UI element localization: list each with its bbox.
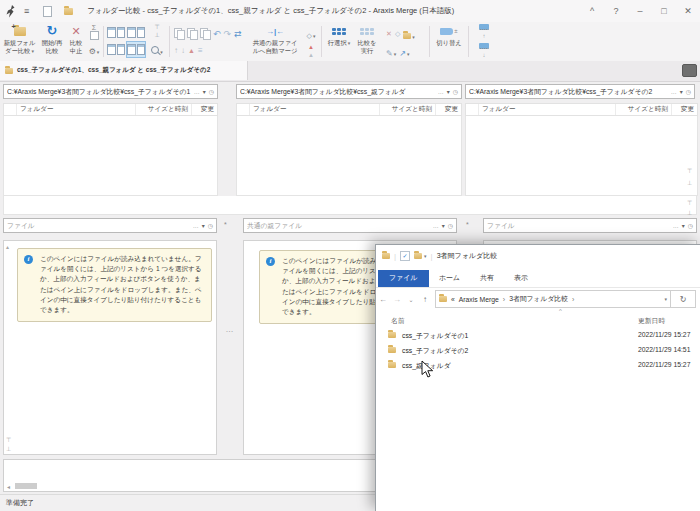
swap-panes-icon[interactable]: ⇄ [234,29,242,39]
row-select-button[interactable]: 行選択▾ [325,24,353,47]
header-size-time-column[interactable]: サイズと時刻 [136,104,192,115]
forward-icon[interactable]: → [390,295,404,304]
next-warning-icon[interactable]: ▲ [308,52,314,58]
list-options-icon[interactable]: ≡ [198,46,203,55]
pane-splitter-handle[interactable]: … [221,325,239,334]
copy-center-icon[interactable] [187,28,197,39]
column-name[interactable]: 名前 [391,316,405,326]
run-compare-button[interactable]: 比較を実行 [354,24,380,55]
zoom-button[interactable]: ▾ [151,40,163,58]
tab-view[interactable]: 表示 [504,270,538,287]
scroll-bottom-icon[interactable]: ⊥ [154,32,159,38]
quick-access-check-icon[interactable]: ✓ [400,251,410,261]
folder-path-input-1[interactable]: C:¥Araxis Merge¥3者間フォルダ比較¥css_子フォルダその1 …… [3,84,218,99]
dropdown-icon[interactable]: ▾ [202,222,205,229]
redo-icon[interactable]: ↷ [224,29,232,39]
menu-icon[interactable]: ≡ [24,6,29,16]
tab-file[interactable]: ファイル [378,270,429,287]
column-modified[interactable]: 更新日時 [638,316,665,326]
header-icon-column[interactable] [466,104,479,115]
scroll-first-diff-icon[interactable]: ⊤ [687,168,692,174]
dropdown-icon[interactable]: ▾ [442,222,445,229]
remove-icon[interactable]: ✕ [386,30,392,38]
address-bar[interactable]: « Araxis Merge › 3者間フォルダ比較 › ▾ [435,290,671,308]
header-change-column[interactable]: 変更 [436,104,461,115]
move-up-icon[interactable]: ↑ [174,46,178,55]
browse-icon[interactable]: … [438,89,444,95]
history-icon[interactable]: ◷ [686,88,691,95]
back-icon[interactable]: ← [376,295,390,304]
header-size-time-column[interactable]: サイズと時刻 [380,104,436,115]
prev-warning-icon[interactable]: ▲ [308,44,314,50]
explorer-row-2[interactable]: css_子フォルダその2 2022/11/29 14:51 [376,343,700,358]
edit-button[interactable]: ✎▾ [386,42,396,60]
dropdown-icon[interactable]: ▾ [682,222,685,229]
merge-link-icon[interactable]: * [466,221,469,228]
browse-icon[interactable]: … [194,89,200,95]
header-folder-column[interactable]: フォルダー [479,104,616,115]
new-document-icon[interactable] [43,6,52,17]
comparison-tab[interactable]: css_子フォルダその1、css_親フォルダ と css_子フォルダその2 [0,61,248,80]
maximize-button[interactable]: □ [652,6,676,16]
folder-list-2[interactable] [236,116,462,196]
dropdown-icon[interactable]: ▾ [203,88,206,95]
shape-icon[interactable]: ◇ [395,30,400,38]
ribbon-collapse-icon[interactable]: ^ [580,6,604,16]
settings-gear-button[interactable]: ⚙▾ [89,40,100,58]
stop-compare-button[interactable]: ✕ 比較中止 [66,24,86,55]
crumb-separator-icon[interactable]: › [503,296,505,303]
address-dropdown-icon[interactable]: ▾ [664,296,667,302]
auto-merge-button[interactable]: →|← 共通の親ファイルへ自動マージ [249,24,301,55]
header-change-column[interactable]: 変更 [192,104,217,115]
move-down-icon[interactable]: ↓ [181,46,185,55]
folder-path-input-3[interactable]: C:¥Araxis Merge¥3者間フォルダ比較¥css_子フォルダその2 …… [465,84,695,99]
layout-three-columns-button[interactable] [127,25,145,40]
browse-icon[interactable]: … [433,223,439,229]
history-icon[interactable]: ◷ [688,222,693,229]
folder-list-3[interactable] [465,116,698,196]
layout-combined-button-selected[interactable] [127,42,145,57]
history-icon[interactable]: ◷ [448,222,453,229]
history-icon[interactable]: ◷ [208,222,213,229]
minimize-button[interactable]: – [628,6,652,16]
file-input-2[interactable]: 共通の親ファイル … ▾ ◷ [243,218,457,233]
dropdown-icon[interactable]: ▾ [680,88,683,95]
breadcrumb-folder[interactable]: 3者間フォルダ比較 [509,294,568,304]
scroll-top-icon[interactable]: ⊤ [154,24,159,30]
sigma-icon[interactable]: Σ [92,24,96,31]
file-pane-1[interactable]: ▴ i このペインにはファイルが読み込まれていません。ファイルを開くには、上記の… [3,240,217,455]
explorer-row-1[interactable]: css_子フォルダその1 2022/11/29 15:27 [376,328,700,343]
folder-path-input-2[interactable]: C:¥Araxis Merge¥3者間フォルダ比較¥css_親フォルダ … ▾ … [236,84,462,99]
up-icon[interactable]: ↑ [418,295,432,304]
refresh-button[interactable]: ↻ [671,290,696,308]
copy-right-icon[interactable] [200,28,210,39]
diamond-button[interactable]: ◇▾ [307,24,316,42]
breadcrumb-araxis-merge[interactable]: Araxis Merge [459,296,499,303]
scroll-first-diff-icon[interactable]: ⊤ [6,437,11,443]
dropdown-icon[interactable]: ▾ [447,88,450,95]
prev-bookmark-icon[interactable] [479,24,489,30]
pane-layout-toggle[interactable] [682,64,697,77]
folder-options-button[interactable]: ▾ [403,25,415,43]
browse-icon[interactable]: … [671,89,677,95]
header-folder-column[interactable]: フォルダー [250,104,380,115]
scroll-last-diff-icon[interactable]: ⊥ [687,180,692,186]
layout-rows-button[interactable] [107,42,125,57]
tab-home[interactable]: ホーム [429,270,470,287]
quick-access-dropdown-icon[interactable]: ▾ [424,253,427,259]
history-icon[interactable]: ◷ [209,88,214,95]
header-icon-column[interactable] [237,104,250,115]
tab-share[interactable]: 共有 [470,270,504,287]
browse-icon[interactable]: … [673,223,679,229]
folder-list-1[interactable] [3,116,218,196]
undo-icon[interactable]: ↶ [213,29,221,39]
next-bookmark-icon[interactable] [479,43,489,49]
recent-locations-icon[interactable]: ⌄ [404,296,418,303]
history-icon[interactable]: ◷ [453,88,458,95]
open-folder-icon[interactable] [64,8,73,15]
browse-icon[interactable]: … [193,223,199,229]
close-button[interactable]: ✕ [676,6,700,16]
crumb-separator-icon[interactable]: › [572,296,574,303]
switch-button[interactable]: ± 切り替え [434,24,464,47]
scroll-last-diff-icon[interactable]: ⊥ [687,210,692,216]
